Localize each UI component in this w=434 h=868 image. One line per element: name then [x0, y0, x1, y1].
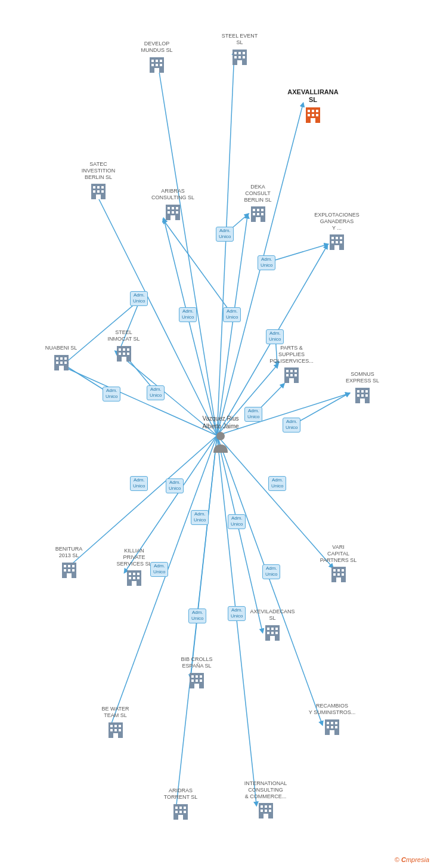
svg-line-0	[158, 64, 217, 435]
node-steel-inmocat[interactable]: STEELINMOCAT SL	[101, 329, 146, 363]
node-be-water[interactable]: BE WATERTEAM SL	[93, 706, 138, 739]
svg-rect-130	[137, 573, 140, 575]
adm-badge-15[interactable]: Adm.Unico	[228, 514, 246, 529]
svg-rect-53	[316, 114, 318, 116]
svg-rect-168	[327, 722, 329, 724]
svg-rect-117	[365, 394, 368, 397]
empresia-logo: Cmpresia	[401, 856, 429, 863]
svg-rect-171	[327, 726, 329, 728]
svg-rect-174	[330, 730, 334, 735]
svg-rect-45	[243, 56, 245, 58]
svg-rect-86	[334, 245, 339, 250]
node-steel-event[interactable]: STEEL EVENT SL	[219, 33, 261, 66]
svg-rect-138	[342, 569, 344, 572]
adm-badge-2[interactable]: Adm.Unico	[179, 307, 197, 322]
node-benitura[interactable]: BENITURA2013 SL	[46, 546, 91, 579]
svg-rect-137	[337, 569, 340, 572]
adm-badge-3[interactable]: Adm.Unico	[223, 307, 241, 322]
svg-rect-38	[154, 68, 159, 73]
adm-badge-1[interactable]: Adm.Unico	[130, 291, 148, 306]
svg-line-14	[217, 435, 262, 631]
svg-rect-100	[123, 353, 125, 355]
node-satec[interactable]: SATECINVESTITIONBERLIN SL	[75, 161, 122, 200]
building-icon-axevallirana	[303, 105, 323, 124]
adm-badge-4[interactable]: Adm.Unico	[216, 227, 234, 242]
svg-rect-101	[127, 353, 129, 355]
svg-rect-150	[270, 636, 275, 641]
center-person-node[interactable]: Vazquez Rius Alberto Jaime	[197, 415, 244, 454]
node-develop-mundus[interactable]: DEVELOPMUNDUS SL	[136, 41, 178, 74]
node-aribras[interactable]: ARIBRASCONSULTING SL	[149, 188, 197, 221]
adm-badge-10[interactable]: Adm.Unico	[283, 418, 300, 433]
svg-rect-148	[271, 632, 274, 634]
adm-badge-13[interactable]: Adm.Unico	[268, 476, 286, 491]
node-deka[interactable]: DEKACONSULTBERLIN SL	[235, 184, 280, 223]
svg-rect-181	[184, 811, 186, 813]
building-icon-somnus	[353, 385, 372, 404]
svg-rect-85	[340, 241, 342, 243]
node-vari-capital[interactable]: VARICAPITALPARTNERS SL	[313, 544, 364, 583]
svg-rect-107	[286, 374, 289, 376]
svg-rect-49	[312, 110, 314, 112]
node-aridras-torrent[interactable]: ARIDRASTORRENT SL	[157, 787, 204, 821]
svg-rect-94	[59, 366, 64, 370]
svg-rect-152	[191, 675, 194, 678]
adm-badge-5[interactable]: Adm.Unico	[258, 255, 275, 270]
empresia-c: ©	[395, 856, 399, 863]
adm-badge-19[interactable]: Adm.Unico	[228, 606, 246, 621]
building-icon-benitura	[60, 560, 79, 579]
svg-rect-78	[256, 217, 261, 222]
building-icon-deka	[249, 204, 268, 223]
svg-rect-144	[267, 628, 269, 630]
node-intl-consulting[interactable]: INTERNATIONALCONSULTING& COMMERCE...	[237, 780, 294, 820]
svg-rect-149	[275, 632, 278, 634]
svg-line-5	[217, 216, 247, 435]
adm-badge-11[interactable]: Adm.Unico	[130, 476, 148, 491]
svg-rect-73	[257, 209, 259, 211]
adm-badge-16[interactable]: Adm.Unico	[150, 562, 168, 577]
svg-rect-190	[264, 814, 268, 818]
svg-rect-129	[133, 573, 135, 575]
building-icon-aribras	[163, 202, 182, 221]
svg-rect-113	[361, 390, 364, 393]
adm-badge-18[interactable]: Adm.Unico	[188, 608, 206, 623]
node-explotaciones[interactable]: EXPLOTACIONESGANADERASY ...	[310, 212, 364, 251]
svg-rect-74	[261, 209, 264, 211]
svg-rect-32	[151, 60, 154, 62]
svg-rect-42	[243, 52, 245, 54]
node-nuabeni[interactable]: NUABENI SL	[39, 345, 83, 372]
adm-badge-8[interactable]: Adm.Unico	[147, 385, 165, 400]
adm-badge-14[interactable]: Adm.Unico	[191, 510, 209, 525]
node-axevallirana[interactable]: AXEVALLIRANA SL	[286, 88, 340, 124]
svg-rect-125	[72, 569, 75, 572]
svg-rect-123	[64, 569, 66, 572]
svg-rect-66	[176, 207, 178, 209]
svg-rect-104	[286, 370, 289, 372]
svg-rect-141	[342, 573, 344, 576]
adm-badge-9[interactable]: Adm.Unico	[244, 407, 262, 422]
svg-rect-91	[56, 362, 58, 364]
svg-rect-56	[93, 186, 95, 189]
svg-rect-114	[365, 390, 368, 393]
svg-rect-136	[333, 569, 336, 572]
adm-badge-7[interactable]: Adm.Unico	[103, 387, 120, 401]
svg-rect-34	[160, 60, 162, 62]
adm-badge-6[interactable]: Adm.Unico	[266, 329, 284, 344]
svg-rect-64	[168, 207, 170, 209]
svg-rect-67	[168, 211, 170, 214]
svg-rect-68	[172, 211, 174, 214]
svg-rect-98	[127, 348, 129, 351]
svg-rect-145	[271, 628, 274, 630]
adm-badge-12[interactable]: Adm.Unico	[166, 478, 184, 493]
adm-badge-17[interactable]: Adm.Unico	[262, 564, 280, 579]
node-recambios[interactable]: RECAMBIOSY SUMINISTROS...	[305, 703, 359, 736]
node-somnus[interactable]: SOMNUSEXPRESS SL	[339, 371, 386, 404]
svg-line-15	[191, 435, 217, 677]
node-bib-crolls[interactable]: BIB CROLLSESPAÑA SL	[173, 656, 221, 690]
node-axeviladecans[interactable]: AXEVILADECANSSL	[246, 608, 299, 642]
svg-rect-186	[269, 805, 271, 808]
svg-rect-154	[200, 675, 202, 678]
svg-rect-90	[64, 357, 67, 360]
node-parts-supplies[interactable]: PARTS &SUPPLIESPOLISERVICES...	[265, 345, 318, 384]
svg-rect-69	[176, 211, 178, 214]
